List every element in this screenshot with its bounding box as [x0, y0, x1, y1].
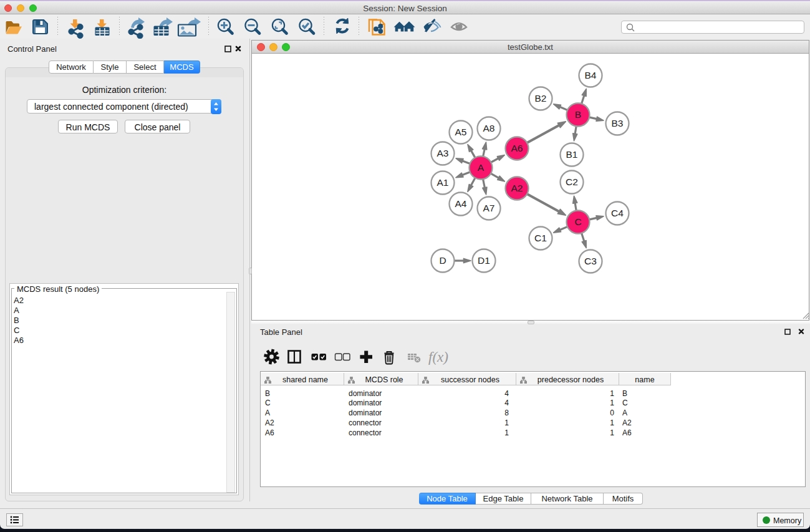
svg-text:C3: C3 — [584, 256, 597, 266]
svg-text:D1: D1 — [478, 255, 490, 266]
svg-text:C4: C4 — [611, 208, 624, 218]
svg-text:B1: B1 — [566, 149, 578, 160]
svg-text:B2: B2 — [535, 93, 547, 104]
svg-text:A4: A4 — [455, 198, 467, 209]
svg-text:B: B — [575, 109, 581, 120]
svg-text:A: A — [478, 162, 485, 173]
svg-text:A1: A1 — [437, 177, 449, 188]
svg-text:D: D — [439, 255, 446, 266]
svg-text:C1: C1 — [534, 233, 547, 243]
svg-text:f(x): f(x) — [428, 349, 448, 365]
svg-text:C2: C2 — [566, 177, 578, 187]
svg-text:A8: A8 — [483, 123, 495, 133]
svg-text:B3: B3 — [612, 118, 624, 128]
svg-text:A3: A3 — [437, 148, 449, 158]
svg-text:A7: A7 — [483, 203, 495, 213]
svg-text:A5: A5 — [455, 127, 467, 137]
svg-text:B4: B4 — [585, 70, 597, 80]
svg-text:A6: A6 — [511, 143, 523, 153]
svg-text:C: C — [574, 216, 581, 227]
svg-text:A2: A2 — [511, 183, 523, 193]
